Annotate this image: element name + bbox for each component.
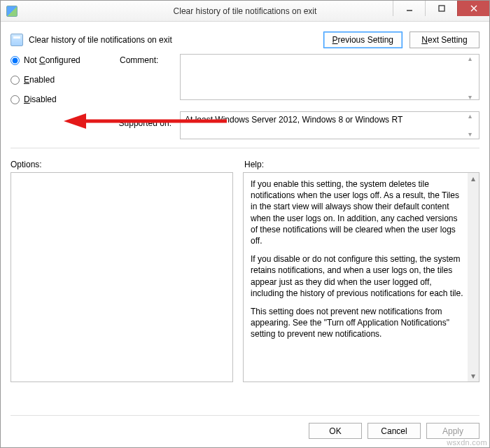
radio-enabled[interactable]: Enabled [10, 75, 115, 85]
panes-row: If you enable this setting, the system d… [1, 172, 489, 382]
dialog-button-row: OK Cancel Apply [10, 423, 479, 439]
previous-setting-label: Previous Setting [332, 35, 393, 45]
previous-setting-button[interactable]: Previous Setting [323, 31, 402, 48]
minimize-icon [406, 5, 413, 12]
supported-on-text: At least Windows Server 2012, Windows 8 … [180, 111, 479, 139]
radio-not-configured[interactable]: Not Configured [10, 55, 115, 65]
comment-label: Comment: [120, 54, 176, 65]
titlebar[interactable]: Clear history of tile notifications on e… [1, 1, 489, 22]
comment-field-wrap: ▴ ▾ [180, 54, 479, 102]
setting-name: Clear history of tile notifications on e… [29, 35, 172, 45]
maximize-button[interactable] [425, 1, 457, 16]
supported-on-label: Supported on: [10, 111, 176, 128]
client-area: Clear history of tile notifications on e… [1, 22, 489, 447]
cancel-label: Cancel [381, 426, 407, 436]
svg-rect-1 [439, 6, 444, 11]
radio-disabled[interactable]: Disabled [10, 94, 115, 104]
panes-labels: Options: Help: [1, 155, 489, 172]
chevron-down-icon: ▾ [471, 370, 475, 382]
minimize-button[interactable] [393, 1, 425, 16]
help-scrollbar[interactable]: ▴ ▾ [468, 173, 479, 382]
radio-disabled-label: Disabled [24, 94, 57, 104]
chevron-up-icon: ▴ [471, 173, 475, 184]
close-button[interactable] [457, 1, 489, 16]
cancel-button[interactable]: Cancel [368, 423, 421, 439]
help-pane[interactable]: If you enable this setting, the system d… [243, 172, 479, 382]
section-divider [10, 148, 479, 148]
state-radio-group: Not Configured Enabled Disabled [10, 54, 115, 104]
config-grid: Not Configured Enabled Disabled Comment:… [1, 54, 489, 145]
ok-label: OK [329, 426, 341, 436]
radio-not-configured-label: Not Configured [24, 55, 80, 65]
bottom-divider [10, 415, 479, 416]
ok-button[interactable]: OK [309, 423, 362, 439]
policy-icon [10, 34, 23, 46]
app-icon [6, 6, 18, 17]
help-paragraph-1: If you enable this setting, the system d… [251, 178, 465, 246]
comment-textarea[interactable] [180, 54, 479, 100]
help-paragraph-3: This setting does not prevent new notifi… [251, 306, 465, 340]
maximize-icon [438, 5, 445, 12]
radio-enabled-input[interactable] [10, 76, 20, 85]
help-paragraph-2: If you disable or do not configure this … [251, 253, 465, 299]
next-setting-label: Next Setting [421, 35, 467, 45]
radio-not-configured-input[interactable] [10, 56, 20, 65]
next-setting-button[interactable]: Next Setting [410, 31, 479, 48]
options-pane[interactable] [10, 172, 233, 382]
header-row: Clear history of tile notifications on e… [1, 22, 489, 54]
bottom-bar: OK Cancel Apply [1, 408, 489, 447]
close-icon [470, 5, 477, 12]
radio-enabled-label: Enabled [24, 75, 55, 85]
supported-on-field-wrap: At least Windows Server 2012, Windows 8 … [180, 111, 479, 139]
apply-button[interactable]: Apply [426, 423, 479, 439]
help-label: Help: [244, 160, 264, 169]
options-label: Options: [10, 160, 234, 169]
window-controls [393, 1, 489, 16]
radio-disabled-input[interactable] [10, 95, 20, 104]
window-frame: Clear history of tile notifications on e… [0, 0, 490, 448]
apply-label: Apply [442, 426, 463, 436]
